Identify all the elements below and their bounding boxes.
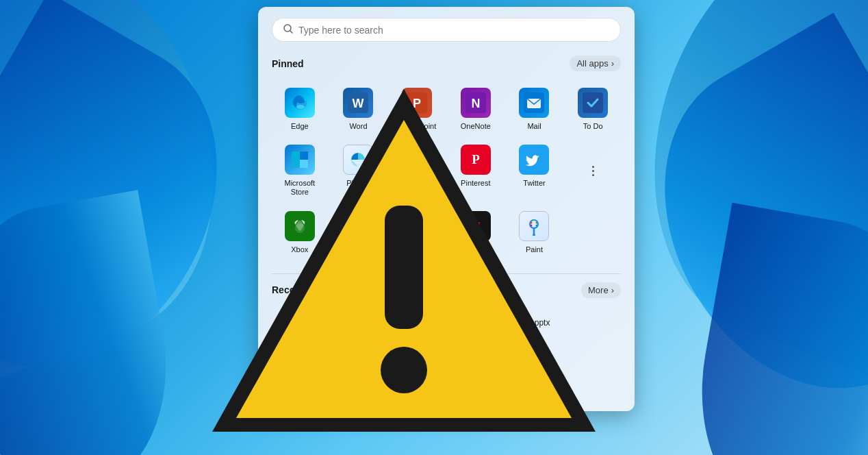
rec-item-2-name: Presentation.pptx <box>486 318 550 328</box>
dot <box>592 170 594 172</box>
svg-text:N: N <box>471 219 481 234</box>
among-us-label: Among Us <box>341 245 376 254</box>
svg-point-34 <box>536 224 538 226</box>
app-twitter[interactable]: Twitter <box>507 139 563 202</box>
twitter-label: Twitter <box>523 179 545 188</box>
all-apps-button[interactable]: All apps › <box>570 56 621 71</box>
app-word[interactable]: W Word <box>331 82 387 136</box>
rec-item-2-desc: Yesterday <box>486 328 550 335</box>
app-pinterest[interactable]: P Pinterest <box>448 139 504 202</box>
recommended-label: Recommended <box>272 284 340 295</box>
recommended-grid: Ps Adobe Photoshop Recently added P Pres… <box>272 309 621 345</box>
powerpoint-icon: P <box>402 88 432 118</box>
pinned-section-header: Pinned All apps › <box>272 56 621 71</box>
rec-item-2-text: Presentation.pptx Yesterday <box>486 318 550 335</box>
app-paint[interactable]: Paint <box>507 206 563 260</box>
svg-point-30 <box>533 234 535 236</box>
recommended-item-2[interactable]: P Presentation.pptx Yesterday <box>449 309 621 345</box>
app-edge[interactable]: Edge <box>272 82 328 136</box>
recommended-item[interactable]: Ps Adobe Photoshop Recently added <box>272 309 444 345</box>
pinterest-icon: P <box>461 145 491 175</box>
pinned-apps-grid: Edge W Word P PowerPoint <box>272 82 621 260</box>
svg-point-2 <box>296 105 305 109</box>
netflix-icon: N <box>461 211 491 241</box>
app-powerpoint[interactable]: P PowerPoint <box>389 82 445 136</box>
onenote-icon: N <box>461 88 491 118</box>
rec-item-desc: Recently added <box>309 328 374 335</box>
svg-text:W: W <box>353 97 364 110</box>
recommended-section: Recommended More › Ps Adobe Photoshop Re… <box>272 282 621 345</box>
search-bar[interactable] <box>272 18 621 42</box>
onenote-label: OneNote <box>461 122 491 131</box>
edge-icon <box>285 88 315 118</box>
edge-label: Edge <box>291 122 309 131</box>
rec-item-text: Adobe Photoshop Recently added <box>309 318 374 335</box>
app-netflix[interactable]: N Netflix <box>448 206 504 260</box>
pinned-label: Pinned <box>272 58 304 69</box>
search-input[interactable] <box>298 25 609 36</box>
store-icon <box>285 145 315 175</box>
powerpoint-label: PowerPoint <box>398 122 436 131</box>
photos-label: Photos <box>346 179 370 188</box>
rec-item-2-icon: P <box>455 315 479 339</box>
word-label: Word <box>349 122 367 131</box>
svg-point-33 <box>536 221 538 223</box>
more-button[interactable]: More › <box>581 282 621 298</box>
photos-icon <box>343 145 373 175</box>
svg-rect-24 <box>353 231 356 234</box>
svg-rect-23 <box>356 224 361 227</box>
svg-rect-11 <box>583 93 603 113</box>
svg-point-35 <box>531 224 533 226</box>
dot <box>592 174 594 176</box>
rec-item-name: Adobe Photoshop <box>309 318 374 328</box>
app-todo[interactable]: To Do <box>565 82 621 136</box>
search-icon <box>283 24 293 36</box>
svg-rect-14 <box>292 160 300 168</box>
xbox-label: Xbox <box>291 245 308 254</box>
pinterest-label: Pinterest <box>461 179 490 188</box>
svg-text:P: P <box>413 97 421 110</box>
mail-icon <box>519 88 549 118</box>
svg-rect-13 <box>300 151 308 160</box>
svg-text:Ps: Ps <box>283 321 297 334</box>
app-among-us[interactable]: Among Us <box>331 206 387 260</box>
svg-text:P: P <box>463 321 470 334</box>
paint-icon <box>519 211 549 241</box>
twitter-icon <box>519 145 549 175</box>
netflix-label: Netflix <box>465 245 487 254</box>
app-store[interactable]: Microsoft Store <box>272 139 328 202</box>
start-menu: Pinned All apps › <box>258 7 635 411</box>
app-onenote[interactable]: N OneNote <box>448 82 504 136</box>
svg-point-32 <box>533 220 535 222</box>
svg-rect-25 <box>360 231 363 234</box>
todo-label: To Do <box>583 122 603 131</box>
svg-text:P: P <box>472 152 480 167</box>
xbox-icon <box>285 211 315 241</box>
svg-line-1 <box>290 31 292 33</box>
mail-label: Mail <box>527 122 541 131</box>
svg-text:N: N <box>471 97 480 110</box>
app-mail[interactable]: Mail <box>507 82 563 136</box>
app-photos[interactable]: Photos <box>331 139 387 202</box>
svg-point-31 <box>531 221 533 223</box>
section-separator <box>272 273 621 274</box>
store-label: Microsoft Store <box>275 179 325 197</box>
svg-rect-15 <box>300 160 308 168</box>
among-us-icon <box>343 211 373 241</box>
app-xbox[interactable]: Xbox <box>272 206 328 260</box>
rec-item-icon: Ps <box>277 315 302 339</box>
svg-rect-12 <box>292 151 300 160</box>
paint-label: Paint <box>526 245 543 254</box>
word-icon: W <box>343 88 373 118</box>
more-dots-button[interactable] <box>565 139 621 202</box>
todo-icon <box>578 88 608 118</box>
dot <box>592 166 594 168</box>
recommended-section-header: Recommended More › <box>272 282 621 298</box>
